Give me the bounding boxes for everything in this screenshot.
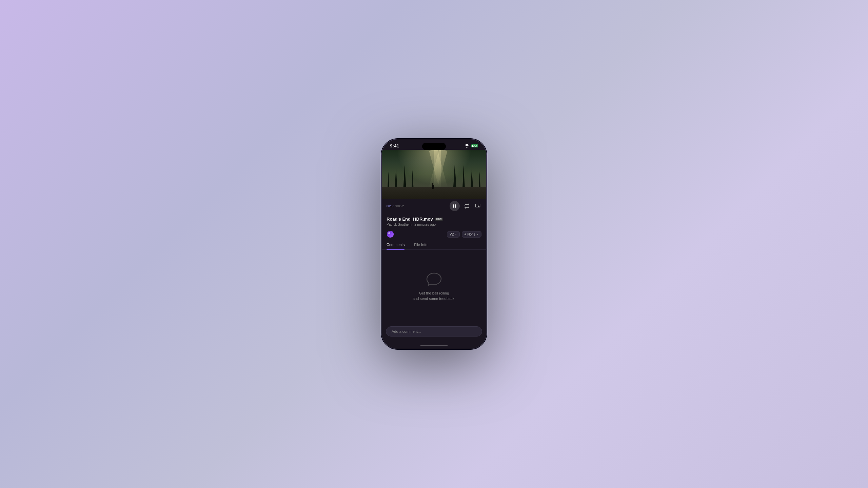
pause-bar-left <box>453 204 454 208</box>
time-total: 00:22 <box>396 204 404 208</box>
version-dropdown[interactable]: V2 ▼ <box>447 231 460 238</box>
tab-fileinfo[interactable]: File Info <box>409 240 432 249</box>
status-icons: EXA <box>464 144 478 148</box>
playback-controls <box>450 201 481 211</box>
tab-comments-label: Comments <box>387 243 405 247</box>
dropdown-group: V2 ▼ None ▼ <box>447 231 481 238</box>
tab-comments[interactable]: Comments <box>382 240 409 249</box>
pip-button[interactable] <box>474 202 481 210</box>
avatar-dot <box>388 232 390 234</box>
comment-input-area: Add a comment... <box>382 324 486 342</box>
comments-area: Get the ball rolling and send some feedb… <box>382 250 486 324</box>
pip-icon <box>475 203 480 209</box>
file-meta: Patrick Southern · 2 minutes ago <box>387 223 481 226</box>
action-row: V2 ▼ None ▼ <box>382 228 486 240</box>
battery-badge: EXA <box>471 144 478 147</box>
none-dropdown[interactable]: None ▼ <box>462 231 481 238</box>
pause-icon <box>453 204 456 208</box>
svg-point-0 <box>466 147 467 148</box>
time-current: 00:03 <box>387 204 394 208</box>
tabs-row: Comments File Info <box>382 240 486 250</box>
svg-rect-2 <box>478 206 479 207</box>
speech-bubble-icon <box>426 272 442 286</box>
time-display: 00:03 / 00:22 <box>387 204 404 208</box>
video-scene <box>382 150 486 199</box>
home-indicator <box>382 342 486 349</box>
file-title: Road's End_HDR.mov <box>387 217 433 222</box>
file-info-section: Road's End_HDR.mov HDR Patrick Southern … <box>382 213 486 228</box>
pause-button[interactable] <box>450 201 460 211</box>
empty-state-text: Get the ball rolling and send some feedb… <box>413 290 455 302</box>
video-player[interactable] <box>382 150 486 199</box>
version-label: V2 <box>450 232 454 236</box>
repeat-icon <box>464 203 470 209</box>
avatar <box>387 230 394 238</box>
none-label: None <box>467 232 475 236</box>
status-dot-icon <box>465 233 466 235</box>
video-controls: 00:03 / 00:22 <box>382 199 486 213</box>
dynamic-island <box>422 143 446 150</box>
person-silhouette <box>432 185 434 189</box>
empty-line1-text: Get the ball rolling <box>419 291 449 295</box>
home-bar <box>420 345 448 346</box>
hdr-badge: HDR <box>435 218 443 221</box>
time-separator: / <box>395 204 396 208</box>
version-chevron-icon: ▼ <box>455 233 457 236</box>
tab-fileinfo-label: File Info <box>414 243 427 247</box>
repeat-button[interactable] <box>463 202 471 210</box>
screen: 9:41 EXA <box>382 139 486 349</box>
file-title-row: Road's End_HDR.mov HDR <box>387 217 481 222</box>
empty-title-line1: Get the ball rolling and send some feedb… <box>413 290 455 302</box>
empty-line2-text: and send some feedback! <box>413 297 455 301</box>
pause-bar-right <box>455 204 456 208</box>
phone-device: 9:41 EXA <box>381 139 487 349</box>
phone-body: 9:41 EXA <box>381 139 487 349</box>
ground <box>382 187 486 199</box>
none-chevron-icon: ▼ <box>476 233 479 236</box>
wifi-icon <box>464 144 470 148</box>
comment-input[interactable]: Add a comment... <box>386 326 482 337</box>
avatar-group <box>387 230 394 238</box>
status-time: 9:41 <box>390 143 399 148</box>
avatar-inner <box>387 231 394 238</box>
comment-placeholder: Add a comment... <box>392 329 421 333</box>
